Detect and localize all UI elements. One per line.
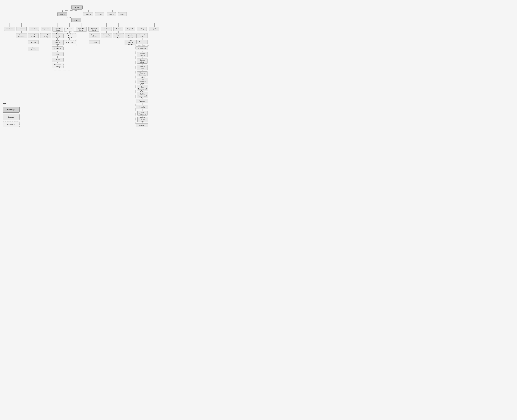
transfers-node[interactable]: Transfers — [29, 27, 39, 31]
support-nav-label: Support — [127, 28, 133, 30]
transfer-funds-node[interactable]: TransferFunds — [28, 33, 39, 38]
payments-node[interactable]: Payments — [41, 27, 51, 31]
savings-goal-endangered-node[interactable]: Savings GoalEndangered Alert — [137, 85, 148, 91]
view-budget-label: View Budget — [65, 41, 74, 43]
set-up-budget-node[interactable]: Set Up a NewBuget — [64, 33, 76, 38]
online-banking-access-node[interactable]: Online BankingAccess Alert Alert — [137, 92, 148, 98]
signup-box: Sign Up — [57, 12, 67, 16]
view-savings-goal-node[interactable]: View SavingsGoal — [52, 40, 64, 45]
transfers-label: Transfers — [30, 28, 37, 30]
key-new-page-box: New Page — [3, 121, 20, 127]
activity-box: Activity — [28, 40, 39, 44]
set-up-budget-box: Set Up a NewBuget — [64, 33, 76, 38]
security-node[interactable]: Security — [136, 105, 148, 109]
support-top-node[interactable]: Support — [107, 12, 116, 16]
view-goal-settings-label: View GoalSettings — [54, 64, 61, 68]
edit-password-box: EditPassword — [137, 111, 148, 116]
locations-top-node[interactable]: Locations — [83, 12, 93, 16]
contact-nav-label: Contact — [116, 28, 121, 30]
add-funds-label: Add Funds — [54, 47, 61, 49]
home-label: Home — [75, 7, 79, 8]
locations-top-label: Locations — [85, 13, 91, 15]
dashboard-label: Dashboard — [6, 28, 14, 30]
logout-node[interactable]: Log Out — [149, 27, 159, 31]
message-center-node[interactable]: MessageCenter — [76, 27, 87, 32]
search-by-address-label: Search byAddress — [103, 34, 110, 38]
new-savings-goal-label: New SavingsGoal — [54, 33, 62, 39]
login-box: Log In — [71, 18, 81, 22]
history-node[interactable]: History — [89, 40, 100, 44]
edit-goal-label: Edit — [57, 53, 59, 55]
update-contact-node[interactable]: UpdateContact Info — [137, 117, 148, 122]
logout-box: Log Out — [149, 27, 159, 31]
savings-goal-completed-node[interactable]: Savings GoalCompleted Alert — [137, 78, 148, 84]
savings-goals-node[interactable]: SavingsGoals — [52, 27, 63, 32]
remote-deposit-label: RemoteDeposit — [140, 53, 145, 57]
edit-password-node[interactable]: EditPassword — [137, 111, 148, 116]
remote-deposit-node[interactable]: RemoteDeposit — [137, 52, 148, 57]
account-overview-box: AccountOverview — [16, 33, 27, 38]
update-contact-label: UpdateContact Info — [139, 117, 147, 123]
transfer-fails-label: TransferFails — [140, 65, 145, 69]
general-alerts-node[interactable]: GeneralAlerts — [137, 59, 148, 64]
contact-us-page-node[interactable]: Contact UsPage — [113, 33, 124, 38]
remote-deposit-box: RemoteDeposit — [137, 52, 148, 57]
call-member-support-node[interactable]: Call MemberSupport — [125, 40, 136, 45]
login-label: Log In — [74, 19, 79, 21]
view-budget-node[interactable]: View Budget — [64, 40, 76, 44]
support-nav-node[interactable]: Support — [125, 27, 135, 31]
search-by-address-box: Search byAddress — [101, 33, 112, 38]
account-profile-node[interactable]: AccountProfile — [136, 33, 148, 38]
add-account-node[interactable]: Add Account — [28, 47, 39, 51]
signup-node[interactable]: Sign Up — [57, 12, 67, 16]
savings-goals-box: SavingsGoals — [52, 27, 63, 32]
add-funds-node[interactable]: Add Funds — [52, 46, 64, 50]
key-main-page-label: Main Page — [7, 109, 15, 111]
key-new-page-item: New Page — [3, 121, 20, 127]
new-savings-goal-node[interactable]: New SavingsGoal — [52, 33, 64, 38]
about-top-node[interactable]: About — [118, 12, 127, 16]
settings-node[interactable]: Settings — [137, 27, 147, 31]
deposit-check-nav-node[interactable]: Deposit aCheck — [89, 27, 99, 32]
accounts-settings-node[interactable]: Accounts — [136, 40, 148, 44]
deposit-check-sub-node[interactable]: Deposit aCheck — [89, 33, 100, 38]
history-box: History — [89, 40, 100, 44]
contact-top-node[interactable]: Contact — [95, 12, 104, 16]
email-member-support-node[interactable]: Email MemberSupport — [125, 33, 136, 38]
dashboard-node[interactable]: Dashboard — [4, 27, 15, 31]
transfer-succeeds-node[interactable]: TransferSucceeds — [137, 71, 148, 76]
svg-text:→: → — [67, 17, 68, 18]
search-by-address-node[interactable]: Search byAddress — [101, 33, 112, 38]
about-top-label: About — [120, 13, 125, 15]
transfer-fails-node[interactable]: TransferFails — [137, 65, 148, 70]
widgets-node[interactable]: Widgets — [136, 99, 148, 103]
contact-us-page-box: Contact UsPage — [113, 33, 124, 38]
accounts-box: Accounts — [16, 27, 27, 31]
launch-bill-pay-node[interactable]: LaunchBill Pay — [40, 33, 51, 38]
budget-box: Budget — [64, 27, 74, 31]
key-section: Key Main Page Subpage New Page — [3, 103, 20, 129]
deposit-check-sub-label: Deposit aCheck — [91, 34, 98, 38]
view-savings-goal-label: View SavingsGoal — [54, 39, 62, 45]
contact-nav-node[interactable]: Contact — [113, 27, 123, 31]
activity-node[interactable]: Activity — [28, 40, 39, 44]
set-up-budget-label: Set Up a NewBuget — [65, 33, 74, 39]
snapshot-node[interactable]: Snapshot — [136, 123, 148, 128]
budget-node[interactable]: Budget — [64, 27, 74, 31]
login-node[interactable]: Log In — [71, 18, 81, 22]
view-goal-settings-node[interactable]: View GoalSettings — [52, 63, 64, 68]
key-new-page-label: New Page — [7, 123, 15, 125]
account-profile-box: AccountProfile — [136, 33, 148, 38]
delete-goal-node[interactable]: Delete — [52, 58, 64, 62]
account-overview-node[interactable]: AccountOverview — [16, 33, 27, 38]
notifications-node[interactable]: Notifications — [136, 46, 148, 50]
payments-box: Payments — [41, 27, 51, 31]
notifications-box: Notifications — [136, 46, 148, 50]
support-top-box: Support — [107, 12, 116, 16]
account-profile-label: AccountProfile — [139, 34, 145, 38]
general-alerts-box: GeneralAlerts — [137, 59, 148, 64]
accounts-node[interactable]: Accounts — [16, 27, 27, 31]
locations-nav-node[interactable]: Locations — [101, 27, 112, 31]
home-node[interactable]: Home — [71, 5, 82, 9]
edit-goal-node[interactable]: Edit — [52, 52, 64, 56]
